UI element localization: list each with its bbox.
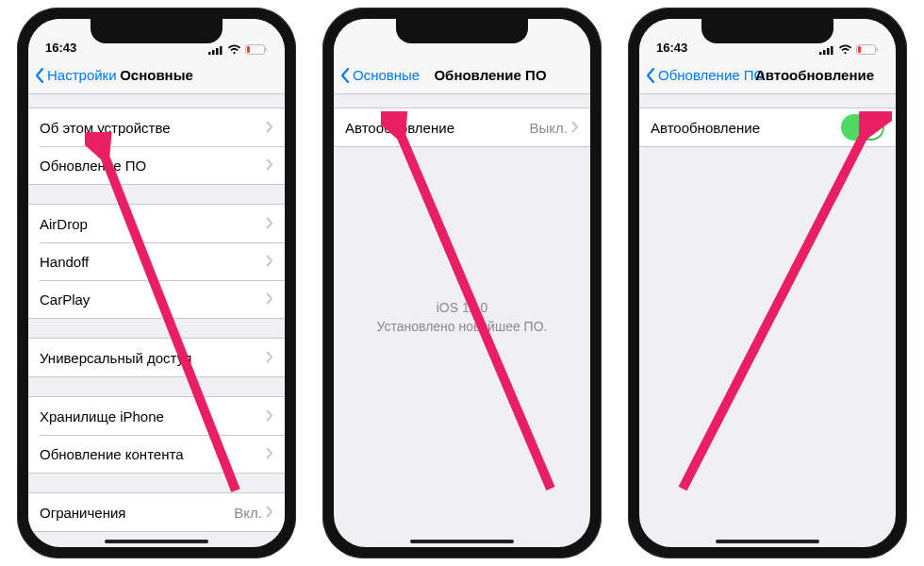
settings-group: Автообновление (639, 108, 896, 147)
cellular-icon (208, 45, 223, 55)
wifi-icon (838, 44, 852, 55)
content[interactable]: Об этом устройстве Обновление ПО AirDrop… (28, 94, 285, 547)
toggle-switch[interactable] (841, 114, 884, 141)
chevron-right-icon (266, 216, 273, 232)
svg-rect-11 (827, 48, 830, 55)
chevron-right-icon (266, 408, 273, 424)
row-auto-update[interactable]: АвтообновлениеВыкл. (334, 108, 590, 146)
chevron-right-icon (266, 446, 273, 462)
settings-group: Об этом устройстве Обновление ПО (28, 108, 285, 185)
update-status-label: Установлено новейшее ПО. (334, 317, 590, 336)
phone-frame: 16:43 Обновление ПО Автообновление Автоо… (628, 8, 907, 558)
row-carplay[interactable]: CarPlay (28, 280, 285, 318)
back-button[interactable]: Основные (339, 67, 420, 84)
svg-rect-2 (216, 48, 219, 55)
row-background-refresh[interactable]: Обновление контента (28, 435, 285, 473)
row-software-update[interactable]: Обновление ПО (28, 146, 285, 184)
notch (396, 19, 528, 43)
row-about-device[interactable]: Об этом устройстве (28, 108, 285, 146)
chevron-right-icon (266, 120, 273, 136)
screen: 16:43 Настройки Основные Об этом устройс… (28, 19, 285, 547)
svg-rect-15 (858, 46, 861, 53)
row-value: Выкл. (530, 120, 568, 136)
chevron-right-icon (571, 120, 579, 136)
nav-bar: Настройки Основные (28, 57, 285, 94)
back-label: Настройки (47, 67, 117, 83)
status-right (819, 44, 879, 55)
notch (91, 19, 223, 43)
chevron-right-icon (266, 505, 273, 521)
chevron-right-icon (266, 254, 273, 270)
ios-version-label: iOS 12.0 (334, 298, 590, 317)
screen: 16:43 Основные Обновление ПО Автообновле… (334, 19, 590, 547)
svg-rect-14 (877, 48, 879, 52)
row-iphone-storage[interactable]: Хранилище iPhone (28, 397, 285, 435)
svg-rect-10 (823, 50, 826, 55)
svg-rect-5 (266, 48, 268, 52)
row-value: Вкл. (234, 505, 262, 521)
battery-icon (856, 44, 879, 55)
row-accessibility[interactable]: Универсальный доступ (28, 339, 285, 376)
status-message: iOS 12.0 Установлено новейшее ПО. (334, 298, 590, 337)
back-label: Обновление ПО (658, 67, 765, 83)
settings-group: ОграниченияВкл. (28, 492, 285, 532)
wifi-icon (227, 44, 241, 55)
svg-rect-9 (819, 52, 822, 55)
svg-rect-1 (212, 50, 215, 55)
chevron-right-icon (266, 291, 273, 308)
settings-group: Хранилище iPhone Обновление контента (28, 396, 285, 474)
svg-rect-3 (220, 46, 223, 55)
svg-rect-0 (208, 52, 211, 55)
row-airdrop[interactable]: AirDrop (28, 205, 285, 242)
back-label: Основные (353, 67, 420, 83)
nav-bar: Обновление ПО Автообновление (639, 57, 896, 94)
back-button[interactable]: Обновление ПО (645, 67, 765, 84)
screen: 16:43 Обновление ПО Автообновление Автоо… (639, 19, 896, 547)
status-right (208, 44, 268, 55)
notch (701, 19, 833, 43)
row-restrictions[interactable]: ОграниченияВкл. (28, 493, 285, 531)
row-auto-update-toggle[interactable]: Автообновление (639, 108, 896, 146)
row-handoff[interactable]: Handoff (28, 242, 285, 280)
chevron-right-icon (266, 350, 273, 366)
battery-icon (245, 44, 268, 55)
chevron-right-icon (266, 158, 273, 174)
svg-rect-12 (831, 46, 833, 55)
nav-bar: Основные Обновление ПО (334, 57, 590, 94)
home-indicator (716, 540, 819, 543)
svg-rect-6 (247, 46, 250, 53)
settings-group: Универсальный доступ (28, 338, 285, 377)
content[interactable]: АвтообновлениеВыкл. iOS 12.0 Установлено… (334, 94, 590, 547)
home-indicator (105, 540, 208, 543)
status-time: 16:43 (656, 41, 687, 55)
phone-frame: 16:43 Настройки Основные Об этом устройс… (17, 8, 296, 558)
home-indicator (410, 540, 514, 543)
cellular-icon (819, 45, 834, 55)
status-time: 16:43 (45, 41, 76, 55)
settings-group: AirDrop Handoff CarPlay (28, 204, 285, 319)
back-button[interactable]: Настройки (34, 67, 117, 84)
phone-frame: 16:43 Основные Обновление ПО Автообновле… (322, 8, 602, 558)
settings-group: АвтообновлениеВыкл. (334, 108, 590, 147)
content[interactable]: Автообновление (639, 94, 896, 547)
